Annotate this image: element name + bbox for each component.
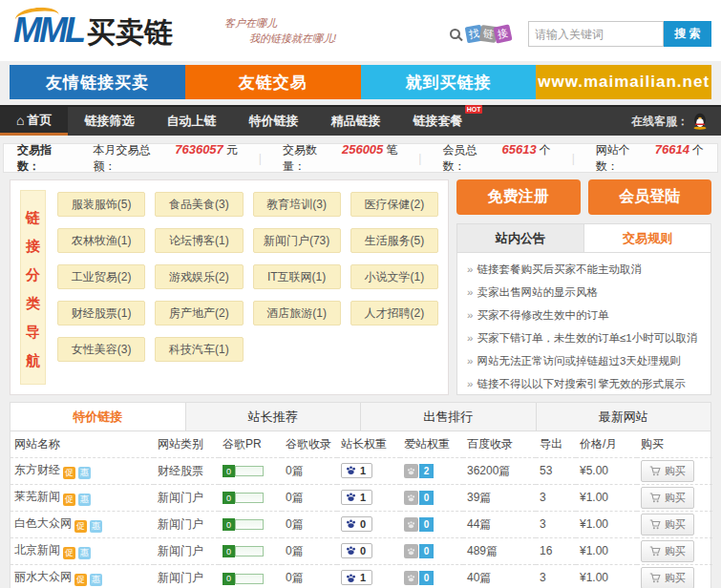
aizhan-weight-widget: 0 xyxy=(404,544,434,558)
banner-segment[interactable]: 就到买链接 xyxy=(361,65,537,99)
category-button[interactable]: 房产地产(2) xyxy=(155,301,243,326)
buy-button-label: 购买 xyxy=(665,491,686,505)
category-button[interactable]: 农林牧渔(1) xyxy=(57,228,145,253)
online-service[interactable]: 在线客服： xyxy=(631,107,721,136)
rule-item[interactable]: »卖家出售网站的显示风格 xyxy=(467,281,701,304)
category-button[interactable]: 论坛博客(1) xyxy=(155,228,243,253)
category-side-char: 接 xyxy=(21,232,45,261)
site-category: 新闻门户 xyxy=(154,484,219,511)
banner-segment[interactable]: www.maimailian.net xyxy=(536,65,711,99)
stat-value: 7636057 xyxy=(175,142,223,157)
stat-value: 76614 xyxy=(655,142,689,157)
site-header: MML 买卖链 客户在哪儿 我的链接就在哪儿! 找链接 搜 索 xyxy=(0,0,721,61)
rule-item[interactable]: »链接不得以以下对搜索引擎无效的形式展示 xyxy=(467,372,701,395)
listing-body: 东方财经促惠财经股票00篇1236200篇53¥5.00购买莱芜新闻促惠新闻门户… xyxy=(11,457,712,588)
listing-tab[interactable]: 最新网站 xyxy=(537,403,711,430)
notice-tab[interactable]: 交易规则 xyxy=(584,224,710,252)
buy-button[interactable]: 购买 xyxy=(641,514,694,536)
category-button[interactable]: 教育培训(3) xyxy=(253,192,341,217)
nav-item-6[interactable]: 链接套餐HOT xyxy=(396,107,478,136)
rules-list: »链接套餐购买后买家不能主动取消»卖家出售网站的显示风格»买家不得修改生效中的订… xyxy=(457,253,710,395)
aizhan-weight-widget: 0 xyxy=(404,517,434,532)
category-button[interactable]: 服装服饰(5) xyxy=(57,192,145,217)
pagerank-value: 0 xyxy=(223,545,235,557)
category-side-char: 航 xyxy=(21,346,45,375)
category-button[interactable]: 工业贸易(2) xyxy=(57,264,145,289)
listing-header-cell: 购买 xyxy=(637,431,712,457)
aizhan-weight-widget: 2 xyxy=(404,464,434,478)
webmaster-weight-value: 0 xyxy=(360,545,366,556)
listing-tab[interactable]: 出售排行 xyxy=(361,403,537,430)
nav-item-5[interactable]: 精品链接 xyxy=(314,107,396,136)
pagerank-bar xyxy=(235,493,264,503)
site-name-link[interactable]: 白色大众网 xyxy=(14,516,72,530)
buy-cell: 购买 xyxy=(637,484,712,511)
logo[interactable]: MML 买卖链 xyxy=(13,11,173,52)
nav-item-1[interactable]: ⌂首页 xyxy=(0,107,68,136)
webmaster-weight-value: 1 xyxy=(360,492,366,503)
search-icon xyxy=(450,29,460,39)
price-per-month: ¥5.00 xyxy=(576,457,637,484)
rule-item[interactable]: »链接套餐购买后买家不能主动取消 xyxy=(467,258,701,281)
register-button[interactable]: 免费注册 xyxy=(456,179,581,215)
buy-button[interactable]: 购买 xyxy=(641,460,694,482)
buy-button[interactable]: 购买 xyxy=(641,567,694,588)
listing-tab[interactable]: 站长推荐 xyxy=(186,403,362,430)
rule-text: 链接不得以以下对搜索引擎无效的形式展示 xyxy=(477,378,686,389)
site-category: 新闻门户 xyxy=(154,511,219,537)
nav-item-4[interactable]: 特价链接 xyxy=(232,107,314,136)
stat-divider: | xyxy=(572,152,575,165)
paw-icon xyxy=(346,492,356,502)
category-button[interactable]: 女性美容(3) xyxy=(57,337,145,362)
rule-marker-icon: » xyxy=(467,355,473,367)
category-button[interactable]: 医疗保健(2) xyxy=(350,192,438,217)
webmaster-weight-widget: 0 xyxy=(341,516,372,532)
buy-button[interactable]: 购买 xyxy=(641,487,694,509)
category-button[interactable]: 生活服务(5) xyxy=(350,228,438,253)
category-button[interactable]: 科技汽车(1) xyxy=(155,337,243,362)
pagerank-bar xyxy=(235,519,264,530)
rule-item[interactable]: »买家下错订单，未生效的订单≤1小时可以取消 xyxy=(467,326,701,349)
nav-item-3[interactable]: 自动上链 xyxy=(150,107,232,136)
site-name-link[interactable]: 莱芜新闻 xyxy=(14,490,60,503)
rule-item[interactable]: »买家不得修改生效中的订单 xyxy=(467,304,701,326)
notice-tab[interactable]: 站内公告 xyxy=(457,224,584,252)
category-button[interactable]: 人才招聘(2) xyxy=(350,301,438,326)
listing-header-cell: 网站类别 xyxy=(154,431,219,457)
banner: 友情链接买卖友链交易就到买链接www.maimailian.net xyxy=(10,65,711,99)
site-name-link[interactable]: 北京新闻 xyxy=(14,543,60,556)
category-button[interactable]: 食品美食(3) xyxy=(155,192,243,217)
listing-header-cell: 网站名称 xyxy=(11,431,154,457)
login-button[interactable]: 会员登陆 xyxy=(588,179,712,215)
category-grid: 服装服饰(5)食品美食(3)教育培训(3)医疗保健(2)农林牧渔(1)论坛博客(… xyxy=(57,190,438,385)
buy-button[interactable]: 购买 xyxy=(641,540,694,562)
webmaster-weight-value: 0 xyxy=(360,518,366,530)
category-button[interactable]: 新闻门户(73) xyxy=(253,228,341,253)
table-row: 北京新闻促惠新闻门户00篇00489篇16¥1.00购买 xyxy=(11,537,712,564)
category-button[interactable]: 财经股票(1) xyxy=(57,301,145,326)
webmaster-weight-widget: 0 xyxy=(341,543,372,558)
price-per-month: ¥1.00 xyxy=(576,484,637,511)
nav-item-2[interactable]: 链接筛选 xyxy=(68,107,150,136)
site-name-cell: 丽水大众网促惠 xyxy=(11,564,154,588)
stat-label: 网站个数： xyxy=(596,142,652,175)
rule-marker-icon: » xyxy=(467,286,473,298)
site-name-link[interactable]: 丽水大众网 xyxy=(14,570,72,583)
banner-segment[interactable]: 友链交易 xyxy=(185,65,361,99)
category-button[interactable]: 小说文学(1) xyxy=(350,264,438,289)
paw-icon xyxy=(346,573,356,583)
pagerank-widget: 0 xyxy=(223,465,264,477)
search-button[interactable]: 搜 索 xyxy=(664,21,711,47)
category-button[interactable]: 酒店旅游(1) xyxy=(253,301,341,326)
stat-value: 256005 xyxy=(342,142,383,157)
listing-tab[interactable]: 特价链接 xyxy=(11,403,186,430)
category-button[interactable]: 游戏娱乐(2) xyxy=(155,264,243,289)
rule-item[interactable]: »网站无法正常访问或掉链超过3天处理规则 xyxy=(467,349,701,372)
listing-header-cell: 谷歌PR xyxy=(219,431,282,457)
banner-segment[interactable]: 友情链接买卖 xyxy=(10,65,185,99)
webmaster-weight-widget: 1 xyxy=(341,570,372,585)
site-name-link[interactable]: 东方财经 xyxy=(14,463,60,476)
search-input[interactable] xyxy=(528,21,664,47)
pagerank-widget: 0 xyxy=(223,545,264,557)
category-button[interactable]: IT互联网(1) xyxy=(253,264,341,289)
